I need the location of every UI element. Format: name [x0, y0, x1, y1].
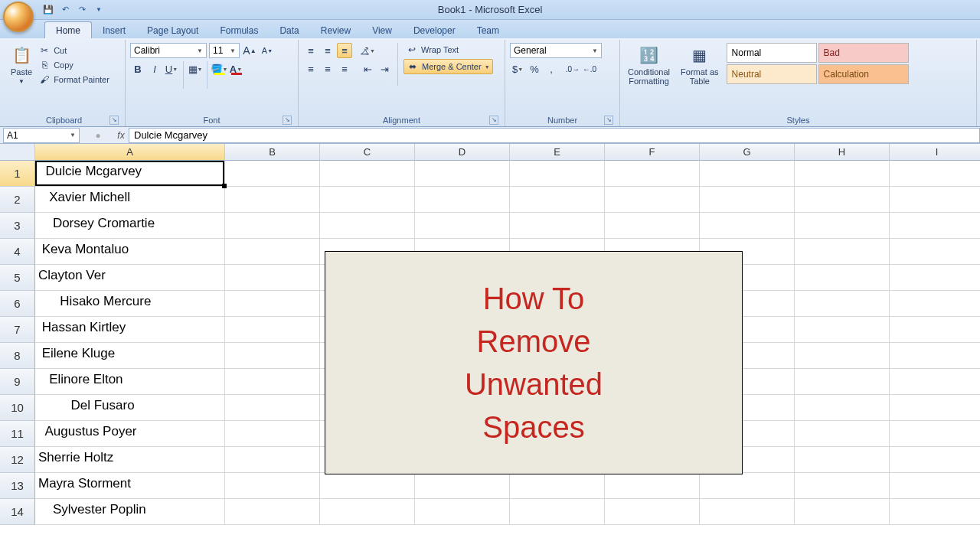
qat-more-icon[interactable]: ▼	[92, 3, 106, 17]
undo-icon[interactable]: ↶	[58, 3, 72, 17]
tab-home[interactable]: Home	[44, 21, 92, 38]
tab-review[interactable]: Review	[310, 22, 361, 38]
copy-button[interactable]: ⎘Copy	[38, 59, 109, 71]
style-bad[interactable]: Bad	[818, 43, 909, 63]
cell[interactable]	[890, 239, 980, 265]
select-all-corner[interactable]	[0, 144, 35, 161]
tab-view[interactable]: View	[361, 22, 403, 38]
increase-decimal-icon[interactable]: .0→	[565, 61, 580, 77]
cell[interactable]	[605, 499, 700, 525]
cell[interactable]	[890, 161, 980, 187]
column-header[interactable]: I	[890, 144, 980, 161]
row-header[interactable]: 9	[0, 369, 35, 395]
save-icon[interactable]: 💾	[41, 3, 55, 17]
cell[interactable]	[890, 499, 980, 525]
cell[interactable]	[795, 421, 890, 447]
italic-button[interactable]: I	[147, 61, 162, 77]
formula-input[interactable]: Dulcie Mcgarvey	[129, 128, 980, 143]
wrap-text-button[interactable]: ↩Wrap Text	[403, 43, 493, 57]
cell[interactable]	[890, 369, 980, 395]
increase-font-icon[interactable]: A▲	[242, 43, 257, 58]
cell[interactable]	[415, 161, 510, 187]
row-header[interactable]: 10	[0, 395, 35, 421]
cell[interactable]	[225, 343, 320, 369]
format-painter-button[interactable]: 🖌Format Painter	[38, 73, 109, 86]
orientation-icon[interactable]: ⦨▼	[360, 43, 375, 58]
cell[interactable]: Augustus Poyer	[35, 421, 225, 447]
style-calculation[interactable]: Calculation	[818, 64, 909, 84]
conditional-formatting-button[interactable]: 🔢 Conditional Formatting	[625, 43, 673, 87]
cell[interactable]	[225, 447, 320, 473]
row-header[interactable]: 1	[0, 161, 35, 187]
cell[interactable]	[225, 499, 320, 525]
decrease-font-icon[interactable]: A▼	[260, 43, 275, 58]
border-button[interactable]: ▦▼	[188, 61, 203, 77]
row-header[interactable]: 7	[0, 317, 35, 343]
font-color-button[interactable]: A▼	[228, 61, 243, 77]
column-header[interactable]: B	[225, 144, 320, 161]
cell[interactable]	[510, 187, 605, 213]
paste-button[interactable]: 📋 Paste ▼	[8, 43, 35, 86]
merge-center-button[interactable]: ⬌Merge & Center▼	[403, 59, 493, 74]
row-header[interactable]: 11	[0, 421, 35, 447]
cell[interactable]	[700, 187, 795, 213]
tab-insert[interactable]: Insert	[92, 22, 136, 38]
bold-button[interactable]: B	[130, 61, 145, 77]
cell[interactable]	[225, 473, 320, 499]
cell[interactable]: Mayra Storment	[35, 473, 225, 499]
cell[interactable]	[605, 187, 700, 213]
cell[interactable]	[795, 317, 890, 343]
spreadsheet-grid[interactable]: ABCDEFGHI 1234567891011121314 Dulcie Mcg…	[0, 144, 980, 551]
percent-icon[interactable]: %	[527, 61, 542, 77]
cell[interactable]	[415, 473, 510, 499]
column-header[interactable]: C	[320, 144, 415, 161]
cell[interactable]	[415, 213, 510, 239]
cell[interactable]: Dorsey Cromartie	[35, 213, 225, 239]
cell[interactable]	[795, 291, 890, 317]
cell-styles-gallery[interactable]: Normal Bad Neutral Calculation	[727, 43, 909, 84]
cell[interactable]	[700, 161, 795, 187]
align-middle-icon[interactable]: ≡	[320, 43, 335, 58]
cell[interactable]	[225, 369, 320, 395]
accounting-format-icon[interactable]: $▼	[510, 61, 525, 77]
cell[interactable]	[415, 499, 510, 525]
comma-icon[interactable]: ,	[544, 61, 559, 77]
cell[interactable]	[510, 499, 605, 525]
cell[interactable]	[890, 421, 980, 447]
cell[interactable]	[890, 447, 980, 473]
dialog-launcher-icon[interactable]: ↘	[489, 116, 498, 125]
cell[interactable]: Xavier Michell	[35, 187, 225, 213]
cell[interactable]	[890, 317, 980, 343]
cell[interactable]	[795, 499, 890, 525]
align-left-icon[interactable]: ≡	[303, 61, 318, 77]
cell[interactable]	[700, 499, 795, 525]
format-as-table-button[interactable]: ▦ Format as Table	[678, 43, 722, 87]
office-button[interactable]	[3, 2, 34, 32]
cell[interactable]	[605, 473, 700, 499]
name-box[interactable]: A1▼	[3, 128, 80, 143]
tab-page-layout[interactable]: Page Layout	[136, 22, 209, 38]
cell[interactable]	[225, 161, 320, 187]
column-header[interactable]: G	[700, 144, 795, 161]
cell[interactable]	[700, 473, 795, 499]
cell[interactable]	[320, 213, 415, 239]
cell[interactable]	[890, 473, 980, 499]
column-header[interactable]: F	[605, 144, 700, 161]
dialog-launcher-icon[interactable]: ↘	[604, 116, 613, 125]
cell[interactable]: Keva Montaluo	[35, 239, 225, 265]
style-neutral[interactable]: Neutral	[727, 64, 817, 84]
cell[interactable]	[795, 447, 890, 473]
decrease-indent-icon[interactable]: ⇤	[360, 61, 375, 77]
cell[interactable]	[890, 213, 980, 239]
cell[interactable]	[605, 213, 700, 239]
cell[interactable]: Hisako Mercure	[35, 291, 225, 317]
underline-button[interactable]: U▼	[164, 61, 179, 77]
cell[interactable]	[890, 187, 980, 213]
align-top-icon[interactable]: ≡	[303, 43, 318, 58]
column-header[interactable]: E	[510, 144, 605, 161]
tab-team[interactable]: Team	[466, 22, 510, 38]
cell[interactable]	[320, 473, 415, 499]
align-center-icon[interactable]: ≡	[320, 61, 335, 77]
row-header[interactable]: 12	[0, 447, 35, 473]
cell[interactable]: Del Fusaro	[35, 395, 225, 421]
